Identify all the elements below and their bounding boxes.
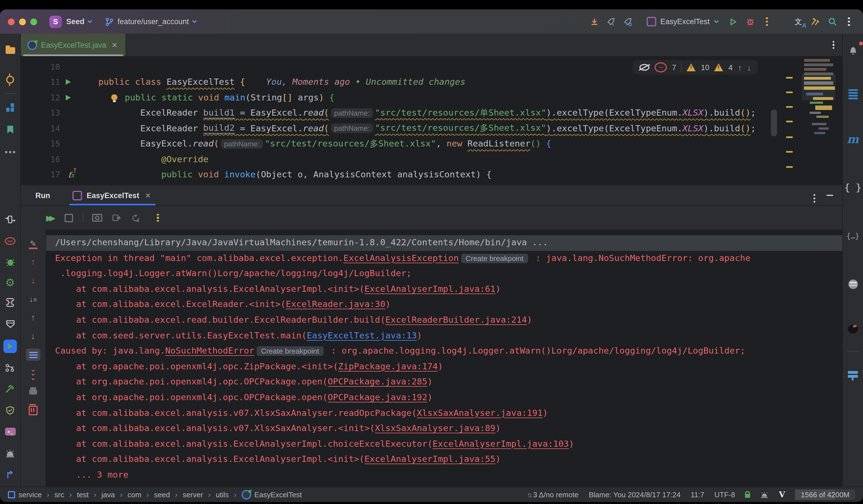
gutter[interactable] bbox=[66, 79, 79, 85]
maven-icon[interactable]: m bbox=[845, 131, 861, 147]
code-editor[interactable]: 1011public class EasyExcelTest { You, Mo… bbox=[21, 57, 842, 185]
stack-trace-link[interactable]: NoSuchMethodError bbox=[165, 346, 254, 356]
hide-inspections-eye-icon[interactable] bbox=[639, 64, 650, 71]
breadcrumb-item[interactable]: server bbox=[183, 490, 203, 499]
create-breakpoint-chip[interactable]: Create breakpoint bbox=[257, 346, 324, 356]
stack-trace-link[interactable]: EasyExcelTest.java:13 bbox=[307, 330, 417, 340]
rerun-icon[interactable]: ▶▶ bbox=[41, 210, 58, 225]
run-tab[interactable]: EasyExcelTest ✕ bbox=[70, 185, 155, 205]
git-branch-icon[interactable] bbox=[2, 466, 18, 482]
line-number[interactable]: 15 bbox=[21, 140, 66, 148]
gutter[interactable] bbox=[66, 95, 79, 101]
breadcrumb-item[interactable]: java bbox=[101, 490, 115, 499]
line-number[interactable]: 16 bbox=[21, 155, 66, 164]
breadcrumb-item[interactable]: test bbox=[77, 490, 89, 499]
code-text[interactable]: @Override bbox=[79, 154, 209, 165]
error-stripe[interactable] bbox=[784, 57, 796, 185]
security-shield-icon[interactable] bbox=[2, 402, 18, 418]
more-icon[interactable] bbox=[2, 144, 18, 160]
stack-trace-link[interactable]: ExcelReader.java:30 bbox=[286, 299, 385, 310]
caret-position[interactable]: 11:7 bbox=[690, 490, 704, 499]
code-text[interactable]: public void invoke(Object o, AnalysisCon… bbox=[79, 170, 492, 180]
chevron-down-icon[interactable] bbox=[191, 20, 197, 24]
sort-lines-icon[interactable]: ↓≡ bbox=[26, 293, 40, 305]
run-with-profiler-icon[interactable] bbox=[603, 14, 620, 29]
export-icon[interactable] bbox=[108, 210, 125, 225]
code-line[interactable]: 17fx↑ public void invoke(Object o, Analy… bbox=[21, 167, 842, 182]
bookmarks-icon[interactable] bbox=[2, 122, 18, 138]
code-text[interactable]: ExcelReader build1 = EasyExcel.read(path… bbox=[79, 107, 756, 119]
line-number[interactable]: 11 bbox=[21, 78, 66, 87]
lock-open-icon[interactable] bbox=[745, 494, 750, 497]
profiler-settings-icon[interactable] bbox=[620, 14, 637, 29]
memory-indicator[interactable]: 1566 of 4200M bbox=[795, 489, 855, 500]
prev-arrow-icon[interactable]: ↑ bbox=[738, 63, 742, 72]
console-output[interactable]: /Users/chenshang/Library/Java/JavaVirtua… bbox=[46, 230, 842, 487]
run-panel-title[interactable]: Run bbox=[35, 191, 50, 199]
play-icon[interactable] bbox=[725, 14, 742, 29]
line-number[interactable]: 14 bbox=[21, 124, 66, 133]
minimize-icon[interactable] bbox=[826, 195, 833, 196]
build-hammer-icon[interactable] bbox=[2, 381, 18, 397]
todo-alarm-icon[interactable] bbox=[2, 445, 18, 461]
code-line[interactable]: 11public class EasyExcelTest { You, Mome… bbox=[21, 74, 842, 90]
project-folder-icon[interactable] bbox=[2, 41, 18, 57]
breadcrumb-item[interactable]: seed bbox=[154, 490, 170, 499]
git-graph-icon[interactable] bbox=[2, 360, 18, 375]
kebab-icon[interactable] bbox=[833, 34, 834, 56]
code-text[interactable]: public class EasyExcelTest { You, Moment… bbox=[79, 77, 465, 87]
search-icon[interactable] bbox=[824, 14, 840, 29]
debug-icon[interactable] bbox=[742, 14, 759, 29]
stack-trace-link[interactable]: ZipPackage.java:174 bbox=[338, 361, 438, 372]
stop-icon[interactable] bbox=[60, 210, 77, 225]
run-tab-label[interactable]: EasyExcelTest bbox=[87, 191, 139, 199]
debug-bug-icon[interactable] bbox=[2, 254, 18, 270]
line-number[interactable]: 10 bbox=[21, 62, 66, 71]
chevron-down-icon[interactable] bbox=[714, 20, 719, 24]
overrides-method-icon[interactable]: fx↑ bbox=[66, 171, 77, 179]
close-icon[interactable]: ✕ bbox=[110, 41, 119, 49]
code-line[interactable]: 12 public static void main(String[] args… bbox=[21, 90, 842, 105]
minimap[interactable] bbox=[802, 57, 836, 185]
next-method-icon[interactable]: ↓ bbox=[26, 330, 40, 343]
branch-name[interactable]: feature/user_account bbox=[118, 17, 189, 26]
dependencies-pocket-icon[interactable] bbox=[2, 316, 18, 332]
run-configuration-select[interactable]: EasyExcelTest bbox=[647, 17, 719, 26]
code-text[interactable]: EasyExcel.read(pathName:"src/test/resour… bbox=[79, 138, 551, 150]
cycle-icon[interactable] bbox=[127, 210, 144, 225]
bird-plugin-icon[interactable] bbox=[845, 321, 861, 337]
terminal-icon[interactable]: >_ bbox=[2, 424, 18, 439]
blame-status[interactable]: Blame: You 2024/8/17 17:24 bbox=[589, 490, 681, 499]
clear-all-icon[interactable] bbox=[26, 404, 40, 416]
services-inout-icon[interactable] bbox=[2, 211, 18, 227]
elastic-icon[interactable] bbox=[845, 276, 861, 292]
code-text[interactable]: public static void main(String[] args) { bbox=[79, 93, 335, 103]
minimize-window-button[interactable] bbox=[19, 18, 26, 25]
remote-server-icon[interactable] bbox=[845, 366, 861, 382]
problems-icon[interactable] bbox=[2, 233, 18, 249]
file-encoding[interactable]: UTF-8 bbox=[714, 490, 735, 499]
stack-trace-link[interactable]: ExcelAnalyserImpl.java:55 bbox=[364, 454, 496, 464]
editor-tab-label[interactable]: EasyExcelTest.java bbox=[41, 41, 107, 49]
vim-icon[interactable]: V bbox=[779, 490, 785, 499]
git-sync-widget[interactable]: ↑↓ 3 Δ/no remote bbox=[527, 490, 579, 499]
code-text[interactable]: ExcelReader build2 = EasyExcel.read(path… bbox=[79, 122, 756, 134]
up-stack-trace-icon[interactable]: ↑ bbox=[26, 256, 40, 268]
stack-trace-link[interactable]: OPCPackage.java:192 bbox=[328, 392, 428, 402]
build-tool-icon[interactable] bbox=[2, 295, 18, 310]
breadcrumb-item[interactable]: utils bbox=[216, 490, 229, 499]
more-icon[interactable] bbox=[840, 14, 858, 29]
run-line-icon[interactable] bbox=[66, 79, 71, 85]
breadcrumb-item[interactable]: service bbox=[8, 490, 41, 499]
editor-tab[interactable]: EasyExcelTest.java ✕ bbox=[21, 34, 125, 56]
run-line-icon[interactable] bbox=[66, 95, 71, 101]
run-config-name[interactable]: EasyExcelTest bbox=[660, 17, 710, 26]
more-run-options-icon[interactable] bbox=[759, 14, 775, 29]
edit-source-icon[interactable]: ✎ bbox=[26, 237, 40, 250]
maximize-window-button[interactable] bbox=[30, 18, 37, 25]
warning-count-minor[interactable]: 4 bbox=[728, 63, 733, 72]
scroll-to-end-icon[interactable]: ⌄⌄⌄ bbox=[26, 367, 40, 379]
breadcrumb-item[interactable]: EasyExcelTest bbox=[241, 490, 302, 499]
line-number[interactable]: 12 bbox=[21, 93, 66, 102]
breadcrumb-item[interactable]: com bbox=[127, 490, 141, 499]
